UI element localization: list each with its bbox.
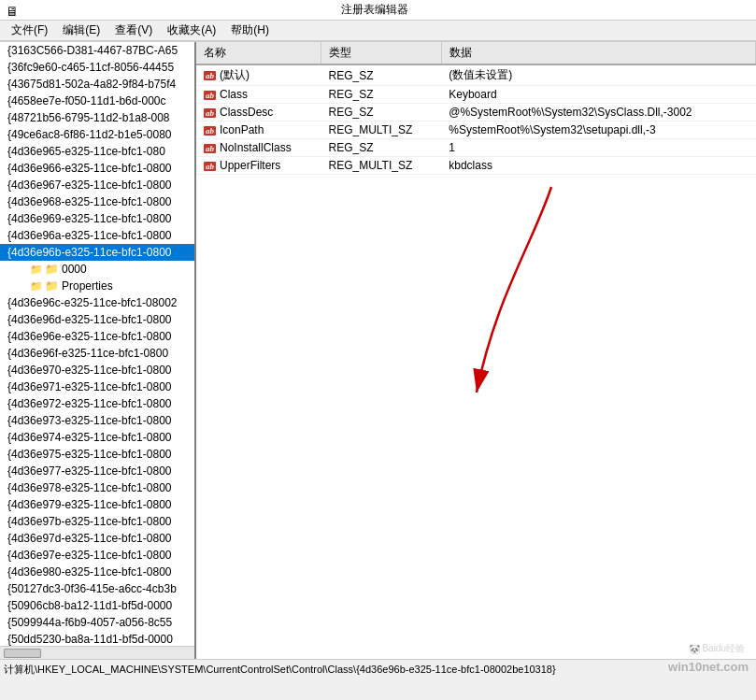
tree-item[interactable]: {4d36e972-e325-11ce-bfc1-0800 [0,395,194,412]
cell-type: REG_SZ [321,64,442,86]
tree-item[interactable]: {48721b56-6795-11d2-b1a8-008 [0,109,194,126]
tree-item[interactable]: {49ce6ac8-6f86-11d2-b1e5-0080 [0,126,194,143]
tree-item[interactable]: {4d36e97d-e325-11ce-bfc1-0800 [0,530,194,547]
col-name: 名称 [196,42,321,64]
table-row[interactable]: abClassDescREG_SZ@%SystemRoot%\System32\… [196,104,756,121]
cell-name: abUpperFilters [196,157,321,175]
cell-type: REG_SZ [321,139,442,157]
watermark-baidu: 🐼 Baidu经验 [689,642,745,655]
cell-data: 1 [441,139,755,157]
menu-edit[interactable]: 编辑(E) [55,21,107,40]
status-bar: 计算机\HKEY_LOCAL_MACHINE\SYSTEM\CurrentCon… [0,659,756,679]
tree-item[interactable]: {4658ee7e-f050-11d1-b6d-000c [0,93,194,109]
registry-values-table: 名称 类型 数据 ab(默认)REG_SZ(数值未设置)abClassREG_S… [196,42,756,175]
cell-name: abNoInstallClass [196,139,321,157]
app-title: 注册表编辑器 [341,2,408,18]
baidu-icon: 🐼 [689,644,700,654]
menu-file[interactable]: 文件(F) [4,21,55,40]
cell-name: abClass [196,86,321,104]
cell-name: ab(默认) [196,64,321,86]
main-layout: {3163C566-D381-4467-87BC-A65{36fc9e60-c4… [0,41,756,659]
tree-item[interactable]: {50dd5230-ba8a-11d1-bf5d-0000 [0,631,194,646]
tree-scrollbar-thumb[interactable] [4,649,41,658]
tree-item[interactable]: {4d36e96a-e325-11ce-bfc1-0800 [0,227,194,244]
tree-item[interactable]: {4d36e977-e325-11ce-bfc1-0800 [0,463,194,479]
table-row[interactable]: abUpperFiltersREG_MULTI_SZkbdclass [196,157,756,175]
tree-item[interactable]: {36fc9e60-c465-11cf-8056-44455 [0,59,194,76]
tree-item[interactable]: {4d36e96e-e325-11ce-bfc1-0800 [0,328,194,345]
cell-data: (数值未设置) [441,64,755,86]
cell-name: abClassDesc [196,104,321,121]
tree-item[interactable]: {3163C566-D381-4467-87BC-A65 [0,42,194,59]
registry-tree-panel: {3163C566-D381-4467-87BC-A65{36fc9e60-c4… [0,42,196,659]
tree-item[interactable]: {4d36e96b-e325-11ce-bfc1-0800 [0,244,194,261]
table-row[interactable]: abClassREG_SZKeyboard [196,86,756,104]
menu-help[interactable]: 帮助(H) [223,21,277,40]
tree-item[interactable]: {4d36e975-e325-11ce-bfc1-0800 [0,446,194,463]
tree-item[interactable]: {4d36e96d-e325-11ce-bfc1-0800 [0,311,194,328]
menu-bar: 文件(F) 编辑(E) 查看(V) 收藏夹(A) 帮助(H) [0,21,756,41]
tree-item[interactable]: {4d36e969-e325-11ce-bfc1-0800 [0,210,194,227]
table-row[interactable]: abIconPathREG_MULTI_SZ%SystemRoot%\Syste… [196,121,756,139]
cell-data: Keyboard [441,86,755,104]
tree-item[interactable]: {43675d81-502a-4a82-9f84-b75f4 [0,76,194,93]
tree-item[interactable]: {4d36e979-e325-11ce-bfc1-0800 [0,496,194,513]
cell-data: kbdclass [441,157,755,175]
tree-item[interactable]: {4d36e974-e325-11ce-bfc1-0800 [0,429,194,446]
registry-values-panel: 名称 类型 数据 ab(默认)REG_SZ(数值未设置)abClassREG_S… [196,42,756,659]
cell-type: REG_SZ [321,86,442,104]
tree-item[interactable]: {4d36e96f-e325-11ce-bfc1-0800 [0,345,194,362]
tree-scrollbar-h[interactable] [0,646,194,659]
cell-data: @%SystemRoot%\System32\SysClass.Dll,-300… [441,104,755,121]
tree-item[interactable]: {4d36e967-e325-11ce-bfc1-0800 [0,177,194,193]
tree-item[interactable]: {5099944a-f6b9-4057-a056-8c55 [0,614,194,631]
table-header: 名称 类型 数据 [196,42,756,64]
watermark-site: win10net.com [668,660,749,674]
tree-item[interactable]: {50127dc3-0f36-415e-a6cc-4cb3b [0,580,194,597]
tree-item[interactable]: {4d36e965-e325-11ce-bfc1-080 [0,143,194,160]
tree-item[interactable]: {4d36e970-e325-11ce-bfc1-0800 [0,362,194,379]
tree-item[interactable]: {4d36e978-e325-11ce-bfc1-0800 [0,479,194,496]
tree-item[interactable]: {4d36e971-e325-11ce-bfc1-0800 [0,379,194,395]
table-body: ab(默认)REG_SZ(数值未设置)abClassREG_SZKeyboard… [196,64,756,175]
cell-type: REG_SZ [321,104,442,121]
registry-tree[interactable]: {3163C566-D381-4467-87BC-A65{36fc9e60-c4… [0,42,194,646]
values-scroll[interactable]: 名称 类型 数据 ab(默认)REG_SZ(数值未设置)abClassREG_S… [196,42,756,659]
col-data: 数据 [441,42,755,64]
tree-item[interactable]: 📁0000 [0,261,194,278]
tree-item[interactable]: {4d36e968-e325-11ce-bfc1-0800 [0,193,194,210]
tree-item[interactable]: {4d36e973-e325-11ce-bfc1-0800 [0,412,194,429]
table-row[interactable]: ab(默认)REG_SZ(数值未设置) [196,64,756,86]
title-bar: 🖥 注册表编辑器 [0,0,756,21]
cell-name: abIconPath [196,121,321,139]
tree-item[interactable]: {4d36e96c-e325-11ce-bfc1-08002 [0,294,194,311]
cell-type: REG_MULTI_SZ [321,157,442,175]
tree-item[interactable]: {4d36e97e-e325-11ce-bfc1-0800 [0,547,194,564]
menu-view[interactable]: 查看(V) [107,21,160,40]
tree-item[interactable]: {4d36e980-e325-11ce-bfc1-0800 [0,564,194,580]
tree-item[interactable]: {4d36e966-e325-11ce-bfc1-0800 [0,160,194,177]
cell-type: REG_MULTI_SZ [321,121,442,139]
table-row[interactable]: abNoInstallClassREG_SZ1 [196,139,756,157]
tree-item[interactable]: {4d36e97b-e325-11ce-bfc1-0800 [0,513,194,530]
tree-item[interactable]: 📁Properties [0,278,194,294]
cell-data: %SystemRoot%\System32\setupapi.dll,-3 [441,121,755,139]
app-icon: 🖥 [6,4,19,19]
tree-item[interactable]: {50906cb8-ba12-11d1-bf5d-0000 [0,597,194,614]
registry-path: 计算机\HKEY_LOCAL_MACHINE\SYSTEM\CurrentCon… [4,663,556,677]
col-type: 类型 [321,42,442,64]
menu-favorites[interactable]: 收藏夹(A) [160,21,223,40]
